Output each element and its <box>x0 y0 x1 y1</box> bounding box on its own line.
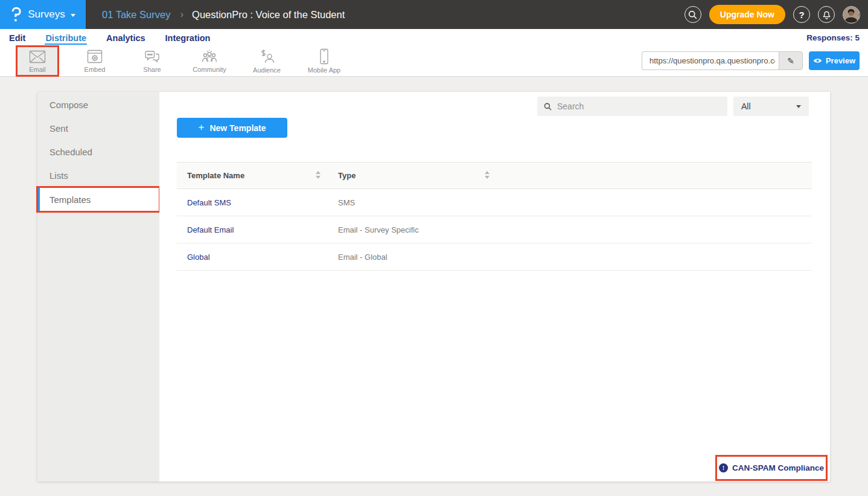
product-menu-label: Surveys <box>28 8 65 21</box>
tab-distribute[interactable]: Distribute <box>45 31 87 45</box>
channel-email-button[interactable]: Email <box>16 46 59 76</box>
tab-edit[interactable]: Edit <box>8 31 26 45</box>
top-bar-actions: Upgrade Now ? <box>685 5 868 24</box>
new-template-label: New Template <box>209 123 266 133</box>
sidebar-item-lists[interactable]: Lists <box>37 164 159 187</box>
channel-label: Mobile App <box>308 66 340 74</box>
pencil-icon: ✎ <box>787 56 794 66</box>
channel-label: Community <box>193 66 226 73</box>
template-name-link[interactable]: Global <box>187 243 210 270</box>
channel-audience-button[interactable]: Audience <box>246 46 288 76</box>
embed-icon <box>87 50 103 64</box>
chevron-down-icon <box>71 14 75 17</box>
upgrade-now-button[interactable]: Upgrade Now <box>709 5 785 24</box>
channel-label: Audience <box>253 66 281 74</box>
user-avatar[interactable] <box>843 6 860 24</box>
channel-community-button[interactable]: Community <box>188 46 231 76</box>
preview-label: Preview <box>826 56 855 65</box>
chevron-down-icon <box>796 105 801 108</box>
surveys-product-menu[interactable]: Surveys <box>0 0 86 29</box>
column-header-type[interactable]: Type <box>338 163 356 188</box>
template-name-link[interactable]: Default SMS <box>187 189 231 216</box>
sort-icon[interactable] <box>485 171 490 179</box>
channel-embed-button[interactable]: Embed <box>74 46 116 76</box>
template-type-value: Email - Survey Specific <box>338 216 419 243</box>
questionpro-email-templates-screen: Surveys 01 Take Survey › QuestionPro : V… <box>0 0 868 496</box>
channel-mobile-app-button[interactable]: Mobile App <box>303 46 345 76</box>
eye-icon <box>813 57 822 64</box>
template-search-box <box>537 97 727 116</box>
tab-analytics[interactable]: Analytics <box>106 31 145 45</box>
sidebar-item-templates[interactable]: Templates <box>37 187 159 211</box>
search-icon <box>544 103 552 111</box>
template-name-link[interactable]: Default Email <box>187 216 234 243</box>
search-input[interactable] <box>557 101 721 111</box>
survey-url-group: ✎ <box>642 51 803 70</box>
notifications-bell-icon[interactable] <box>818 6 835 23</box>
templates-table: Template Name Type Default SMS SMS Defau… <box>177 162 812 271</box>
email-sidebar: Compose Sent Scheduled Lists Templates <box>37 92 159 482</box>
questionpro-logo-icon <box>10 6 22 23</box>
share-icon <box>144 50 161 64</box>
new-template-button[interactable]: + New Template <box>177 118 287 138</box>
email-section-card: Compose Sent Scheduled Lists Templates A… <box>37 92 830 482</box>
email-icon <box>29 50 46 64</box>
breadcrumb-survey-name[interactable]: 01 Take Survey <box>102 9 170 21</box>
channel-share-button[interactable]: Share <box>131 46 173 76</box>
can-spam-compliance-link[interactable]: ! CAN-SPAM Compliance <box>719 463 824 472</box>
search-icon[interactable] <box>685 6 701 23</box>
template-type-value: Email - Global <box>338 243 388 270</box>
can-spam-annotation-box: ! CAN-SPAM Compliance <box>715 455 828 481</box>
mobile-app-icon <box>319 48 329 65</box>
templates-main-panel: All + New Template Template Name Type De… <box>159 92 830 482</box>
template-type-value: SMS <box>338 189 355 216</box>
survey-nav-tabs: Edit Distribute Analytics Integration Re… <box>0 29 868 46</box>
community-icon <box>201 49 218 64</box>
preview-button[interactable]: Preview <box>809 51 860 70</box>
page-title: QuestionPro : Voice of the Student <box>192 9 345 21</box>
channel-label: Share <box>143 66 161 73</box>
responses-count: Responses: 5 <box>806 33 860 42</box>
column-header-template-name[interactable]: Template Name <box>187 163 244 188</box>
edit-url-button[interactable]: ✎ <box>779 51 803 70</box>
plus-icon: + <box>198 121 204 134</box>
filter-selected-value: All <box>741 101 751 111</box>
tab-integration[interactable]: Integration <box>165 31 211 45</box>
sidebar-item-compose[interactable]: Compose <box>37 93 159 117</box>
audience-icon <box>259 49 275 65</box>
channel-label: Embed <box>85 66 106 73</box>
info-icon: ! <box>719 463 728 472</box>
breadcrumb-separator-icon: › <box>180 8 183 21</box>
breadcrumb: 01 Take Survey › QuestionPro : Voice of … <box>102 8 345 21</box>
table-header-row: Template Name Type <box>177 162 812 189</box>
channel-label: Email <box>29 66 46 73</box>
sidebar-item-sent[interactable]: Sent <box>37 117 159 140</box>
table-row: Default Email Email - Survey Specific <box>177 216 812 243</box>
table-row: Default SMS SMS <box>177 189 812 216</box>
top-bar: Surveys 01 Take Survey › QuestionPro : V… <box>0 0 868 29</box>
can-spam-label: CAN-SPAM Compliance <box>732 463 824 472</box>
help-button[interactable]: ? <box>793 6 810 23</box>
type-filter-dropdown[interactable]: All <box>733 97 809 116</box>
sort-icon[interactable] <box>316 171 321 179</box>
table-row: Global Email - Global <box>177 243 812 271</box>
sidebar-item-scheduled[interactable]: Scheduled <box>37 140 159 164</box>
survey-url-input[interactable] <box>642 51 779 70</box>
